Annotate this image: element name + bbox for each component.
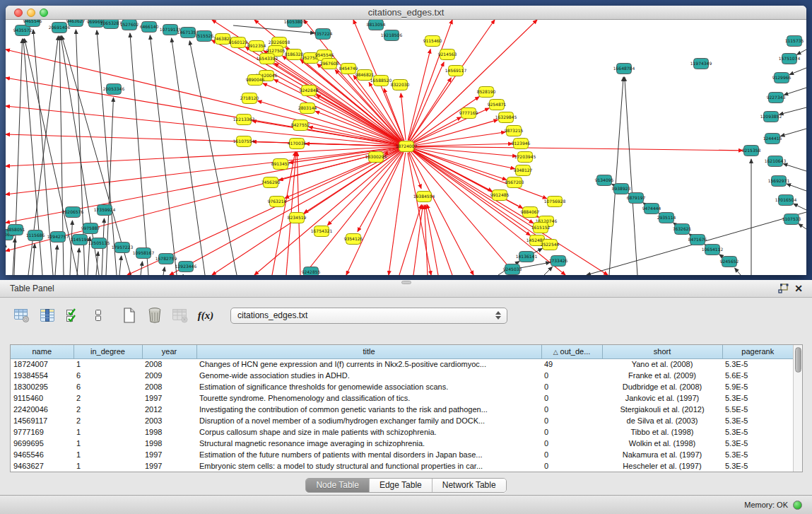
table-row[interactable]: 1830029562008Estimation of significance … (11, 381, 793, 392)
graph-node[interactable]: 9214563 (438, 49, 457, 60)
graph-node[interactable]: 7632621 (673, 224, 692, 235)
graph-node[interactable]: 14569117 (445, 66, 467, 76)
graph-node[interactable]: 8528190 (477, 87, 496, 98)
graph-node[interactable]: 8234519 (288, 213, 307, 223)
graph-node[interactable]: 8913457 (271, 159, 290, 170)
import-table-button[interactable] (170, 305, 191, 325)
tab-node-table[interactable]: Node Table (306, 479, 369, 492)
graph-node[interactable]: 6466140 (140, 22, 159, 33)
close-panel-icon[interactable]: ✕ (791, 282, 806, 295)
table-row[interactable]: 911546021997Tourette syndrome. Phenomeno… (11, 392, 793, 404)
table-row[interactable]: 1456911722003Disruption of a novel membe… (11, 415, 793, 426)
graph-node[interactable]: 9242855 (302, 267, 321, 276)
graph-node[interactable]: 3858051 (6, 225, 25, 235)
graph-node[interactable]: 9763214 (268, 197, 287, 207)
graph-node[interactable]: 1527602 (120, 20, 139, 30)
graph-node[interactable]: 9254871 (488, 100, 507, 110)
graph-node[interactable]: 9912485 (490, 190, 510, 201)
graph-node[interactable]: 9227343 (767, 93, 786, 103)
graph-node[interactable]: 7357224 (314, 29, 333, 40)
tab-network-table[interactable]: Network Table (432, 479, 506, 492)
graph-node[interactable]: 20053346 (103, 84, 125, 95)
table-scrollbar[interactable] (793, 345, 802, 472)
column-header-title[interactable]: title (196, 345, 541, 358)
graph-node[interactable]: 15751074 (779, 54, 801, 64)
graph-node[interactable]: 16648784 (613, 64, 635, 74)
graph-node[interactable]: 8215358 (742, 146, 761, 156)
graph-node[interactable]: 1244415 (763, 134, 782, 144)
graph-node[interactable]: 17359924 (94, 205, 116, 216)
select-rows-button[interactable] (62, 305, 83, 325)
graph-node[interactable]: 2967608 (320, 59, 339, 69)
graph-node[interactable]: 9134095 (595, 175, 614, 186)
graph-node[interactable]: 9975887 (81, 223, 100, 234)
graph-node[interactable]: 9873215 (505, 126, 524, 136)
graph-node[interactable]: 9245033 (503, 264, 522, 275)
graph-node[interactable]: 2935114 (657, 213, 676, 223)
graph-node[interactable]: 1733426 (549, 256, 568, 267)
panel-resize-handle[interactable] (401, 281, 411, 284)
graph-node[interactable]: 20691406 (49, 23, 71, 33)
column-header-short[interactable]: short (602, 345, 722, 358)
column-header-out_de[interactable]: △out_de... (541, 345, 602, 358)
graph-node[interactable]: 9160123 (229, 37, 248, 48)
graph-node[interactable]: 9777169 (459, 108, 478, 119)
show-column-button[interactable] (37, 305, 58, 325)
graph-node[interactable]: 9884067 (521, 207, 540, 218)
graph-node[interactable]: 8322030 (391, 80, 410, 90)
graph-node[interactable]: 12505135 (88, 238, 110, 249)
graph-node[interactable]: 7515526 (195, 31, 214, 42)
graph-node[interactable]: 10958167 (133, 248, 155, 259)
graph-node[interactable]: 16053809 (284, 20, 306, 28)
table-row[interactable]: 2242004622012Investigating the contribut… (11, 404, 793, 415)
table-row[interactable]: 946362711997Embryonic stem cells: a mode… (11, 460, 793, 472)
function-builder-button[interactable]: f(x) (195, 305, 216, 325)
graph-node[interactable]: 4170036 (288, 139, 307, 149)
graph-node[interactable]: 16782759 (155, 254, 177, 264)
table-row[interactable]: 1938455462009Genome-wide association stu… (11, 370, 793, 381)
graph-node[interactable]: 10653287 (100, 20, 122, 29)
graph-node[interactable]: 1107533 (782, 214, 801, 225)
graph-node[interactable]: 15692971 (768, 176, 790, 187)
table-selector-dropdown[interactable]: citations_edges.txt (230, 308, 507, 324)
graph-node[interactable]: 2522544 (541, 240, 560, 250)
table-scrollbar-thumb[interactable] (795, 347, 801, 373)
graph-node[interactable]: 8186328 (285, 49, 304, 60)
graph-node[interactable]: 9463627 (66, 20, 86, 27)
graph-node[interactable]: 2718120 (240, 93, 259, 104)
graph-node[interactable]: 16329845 (495, 112, 517, 123)
graph-node[interactable]: 9348127 (514, 165, 533, 176)
graph-node[interactable]: 16210643 (765, 156, 787, 167)
graph-node[interactable]: 11974349 (690, 59, 712, 69)
graph-node[interactable]: 8813054 (367, 20, 386, 30)
graph-node[interactable]: 9474444 (642, 204, 661, 214)
new-table-button[interactable] (119, 305, 140, 325)
graph-node[interactable]: 10756928 (544, 197, 566, 207)
column-header-pagerank[interactable]: pagerank (722, 345, 793, 358)
row-height-button[interactable] (88, 305, 109, 325)
graph-node[interactable]: 1145194 (71, 235, 90, 245)
graph-node[interactable]: 9245652 (720, 257, 739, 267)
graph-node[interactable]: 19218506 (381, 30, 403, 41)
graph-node[interactable]: 12093852 (760, 112, 782, 122)
graph-node[interactable]: 1115686 (26, 230, 45, 241)
graph-node[interactable]: 8123946 (512, 139, 531, 149)
graph-node[interactable]: 8912354 (247, 41, 266, 52)
graph-node[interactable]: 8427552 (291, 120, 310, 131)
graph-node[interactable]: 9465546 (23, 20, 42, 27)
graph-node[interactable]: 12213363 (233, 115, 255, 125)
graph-node[interactable]: 8938923 (612, 184, 631, 194)
network-canvas[interactable]: 1872400794355729465546206914069463627969… (6, 20, 806, 275)
graph-node[interactable]: 6879197 (627, 193, 646, 204)
graph-node[interactable]: 9354126 (344, 234, 363, 245)
network-window-titlebar[interactable]: citations_edges.txt (6, 6, 806, 20)
graph-node[interactable]: 9129966 (772, 73, 792, 83)
graph-node[interactable]: 16107554 (233, 136, 255, 147)
table-row[interactable]: 946554611997Estimation of the future num… (11, 449, 793, 460)
graph-node[interactable]: 9115460 (423, 36, 442, 47)
column-header-in_degree[interactable]: in_degree (73, 345, 142, 358)
table-row[interactable]: 1872400712008Changes of HCN gene express… (11, 358, 793, 370)
column-header-year[interactable]: year (142, 345, 196, 358)
graph-node[interactable]: 9242848 (300, 86, 319, 96)
network-view-window[interactable]: citations_edges.txt 18724007943557294655… (6, 6, 806, 275)
